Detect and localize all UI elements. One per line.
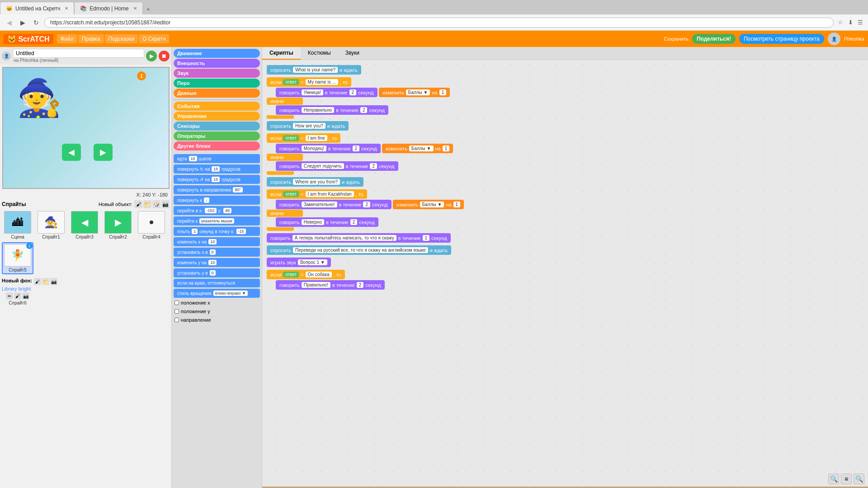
- ask-from-block[interactable]: спросить Where are you from? и ждать: [267, 177, 363, 187]
- sprite-item-3[interactable]: ◀ Спрайт3: [69, 210, 100, 240]
- stage-canvas[interactable]: 🧙 1 ◀ ▶: [2, 67, 170, 189]
- sprite-item-1[interactable]: 🧙 Спрайт1: [35, 210, 67, 240]
- checkbox-pos-x[interactable]: положение x: [174, 299, 260, 306]
- block-bounce[interactable]: если на краю, оттолкнуться: [174, 279, 260, 287]
- cat-events[interactable]: События: [174, 102, 260, 111]
- download-icon[interactable]: ⬇: [846, 19, 854, 27]
- if-kaz-header[interactable]: если ответ = I am from Kazakhstan , то: [267, 189, 367, 199]
- sprite-item-4[interactable]: Спрайт4: [136, 210, 167, 240]
- zoom-in-button[interactable]: 🔍: [854, 474, 864, 484]
- cat-motion[interactable]: Движение: [174, 49, 260, 58]
- green-flag-button[interactable]: ▶: [146, 51, 157, 61]
- user-avatar[interactable]: 👤: [828, 33, 840, 45]
- block-go-xy[interactable]: перейти в х: -152 y: 46: [174, 206, 260, 215]
- change-score-1[interactable]: изменить Баллы ▼ на 1: [379, 88, 450, 97]
- block-change-y[interactable]: изменить y на 10: [174, 258, 260, 267]
- block-point-dir[interactable]: повернуть в направлении 90°: [174, 185, 260, 194]
- cat-operators[interactable]: Операторы: [174, 131, 260, 141]
- photo-sprite6[interactable]: 📷: [22, 292, 29, 300]
- random-sprite[interactable]: 🎲: [152, 200, 160, 208]
- stop-button[interactable]: ⏹: [159, 51, 170, 61]
- if-dog-header[interactable]: если ответ = Он собака , то: [267, 270, 345, 279]
- checkbox-icon-posx[interactable]: [175, 300, 179, 305]
- cat-more[interactable]: Другие блоки: [174, 141, 260, 150]
- ask-how-block[interactable]: спросить How are you? и ждать: [267, 121, 349, 131]
- say-try-block[interactable]: говорить А теперь попытайтесь написать, …: [267, 233, 451, 243]
- back-button[interactable]: ◀: [4, 17, 14, 28]
- menu-about[interactable]: О Скретч: [139, 34, 169, 43]
- block-go-steps[interactable]: идти 10 шагов: [174, 154, 260, 163]
- block-rotation-style[interactable]: стиль вращения влево-вправо ▼: [174, 289, 260, 298]
- menu-tips[interactable]: Подсказки: [105, 34, 138, 43]
- checkbox-pos-y[interactable]: положение y: [174, 308, 260, 315]
- tab-close-scratch[interactable]: ✕: [65, 6, 68, 11]
- zoom-reset-button[interactable]: ≡: [841, 474, 852, 484]
- camera-bg[interactable]: 📷: [50, 278, 57, 285]
- new-sprite-from-file[interactable]: 📁: [143, 200, 151, 208]
- cat-sensing[interactable]: Сенсоры: [174, 122, 260, 131]
- tab-bar: 🐱 Untitled на Скретч ✕ 📚 Edmodo | Home ✕…: [0, 0, 868, 14]
- say-wrong-1[interactable]: говорить Неправильно в течение 2 секунд: [276, 105, 388, 115]
- new-tab-button[interactable]: +: [143, 4, 154, 14]
- block-glide[interactable]: плыть 1 секунд в точку х: -15: [174, 227, 260, 236]
- block-point-to[interactable]: повернуть к ↓: [174, 196, 260, 205]
- share-button[interactable]: Поделиться!: [692, 34, 736, 44]
- say-correct[interactable]: говорить Правильно! в течение 2 секунд: [276, 280, 385, 290]
- cat-pen[interactable]: Перо: [174, 79, 260, 88]
- say-wrong-kaz[interactable]: говорить Неверно в течение 2 секунд: [276, 217, 378, 227]
- sprite-item-2[interactable]: ▶ Спрайт2: [102, 210, 134, 240]
- say-wonderful[interactable]: говорить Замечательно! в течение 2 секун…: [276, 200, 392, 209]
- paint-bg[interactable]: 🖌: [34, 278, 41, 285]
- save-button[interactable]: Сохранить: [664, 36, 689, 42]
- zoom-out-button[interactable]: 🔍: [828, 474, 839, 484]
- tab-costumes[interactable]: Костюмы: [301, 47, 338, 60]
- sprite6-item[interactable]: ✏ 🖌 📷 Спрайт6: [2, 291, 33, 305]
- star-icon[interactable]: ☆: [836, 19, 844, 27]
- say-well-done[interactable]: говорить Умница! в течение 2 секунд: [276, 88, 377, 97]
- say-good-job[interactable]: говорить Молодец! в течение 2 секунд: [276, 144, 381, 153]
- cat-data[interactable]: Данные: [174, 89, 260, 98]
- menu-file[interactable]: Файл: [57, 34, 78, 43]
- camera-sprite[interactable]: 📷: [161, 200, 170, 208]
- tab-scripts[interactable]: Скрипты: [262, 47, 301, 60]
- project-name-input[interactable]: [13, 49, 144, 58]
- tab-close-edmodo[interactable]: ✕: [133, 6, 137, 11]
- ask-name-block[interactable]: спросить What is your name? и ждать: [267, 65, 361, 75]
- sprite-item-scene[interactable]: 🏙 Сцена: [2, 210, 33, 240]
- ask-translate-block[interactable]: спросить Переведи на русский все, то что…: [267, 245, 451, 255]
- paint-new-sprite[interactable]: 🖌: [134, 200, 142, 208]
- cat-control[interactable]: Управление: [174, 112, 260, 121]
- cat-sound[interactable]: Звук: [174, 69, 260, 78]
- say-study-more[interactable]: говорить Следует подучить в течение 2 се…: [276, 161, 398, 171]
- tab-scratch[interactable]: 🐱 Untitled на Скретч ✕: [0, 2, 74, 14]
- upload-bg[interactable]: 📁: [42, 278, 49, 285]
- cat-looks[interactable]: Внешность: [174, 59, 260, 68]
- url-input[interactable]: [44, 18, 834, 28]
- block-turn-ccw[interactable]: повернуть ↺ на 15 градусов: [174, 175, 260, 184]
- play-sound-block[interactable]: играть звук Вопрос 1 ▼: [267, 258, 331, 267]
- sprite-item-5[interactable]: 🧚 1 Спрайт5: [2, 242, 33, 274]
- settings-icon[interactable]: ☰: [856, 19, 864, 27]
- checkbox-icon-dir[interactable]: [175, 318, 179, 322]
- block-set-y[interactable]: установить y в 0: [174, 268, 260, 277]
- block-set-x[interactable]: установить x в 0: [174, 248, 260, 257]
- if-fine-header[interactable]: если ответ = I am fine , то: [267, 133, 340, 143]
- change-score-3[interactable]: изменить Баллы ▼ на 1: [393, 200, 464, 209]
- forward-button[interactable]: ▶: [17, 17, 28, 28]
- paint-sprite6[interactable]: 🖌: [14, 292, 21, 300]
- checkbox-icon-posy[interactable]: [175, 309, 179, 314]
- if-dog-then: говорить Правильно! в течение 2 секунд: [276, 280, 385, 290]
- block-change-x[interactable]: изменить x на 10: [174, 237, 260, 246]
- block-go-to[interactable]: перейти к указатель мыши: [174, 216, 260, 225]
- change-score-2[interactable]: изменить Баллы ▼ на 1: [382, 144, 453, 153]
- menu-edit[interactable]: Правка: [78, 34, 104, 43]
- refresh-button[interactable]: ↻: [31, 17, 42, 28]
- edit-sprite6[interactable]: ✏: [6, 292, 13, 300]
- tab-edmodo[interactable]: 📚 Edmodo | Home ✕: [74, 2, 143, 14]
- block-turn-cw[interactable]: повернуть ↻ на 15 градусов: [174, 164, 260, 174]
- tab-sounds[interactable]: Звуки: [338, 47, 367, 60]
- checkbox-direction[interactable]: направление: [174, 316, 260, 324]
- if-name-header[interactable]: если ответ = My name is ... , то: [267, 77, 351, 87]
- view-page-button[interactable]: Посмотреть страницу проекта: [739, 34, 824, 44]
- tab-edmodo-icon: 📚: [80, 5, 87, 12]
